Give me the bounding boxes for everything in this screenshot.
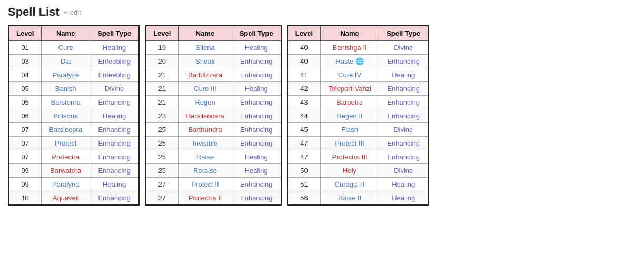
table-row: 51Curaga IIIHealing <box>288 178 428 191</box>
level-cell: 07 <box>8 150 42 164</box>
level-cell: 21 <box>145 82 179 96</box>
spell-type-cell: Enhancing <box>90 150 140 164</box>
spell-type-cell: Healing <box>379 191 429 206</box>
name-cell: Regen <box>179 96 232 109</box>
spell-type-cell: Enhancing <box>90 123 140 137</box>
table-row: 09ParalynaHealing <box>8 178 139 191</box>
table-row: 43BarpetraEnhancing <box>288 96 428 109</box>
table-row: 47Protectra IIIEnhancing <box>288 150 428 164</box>
table-row: 25BarthundraEnhancing <box>145 123 281 137</box>
spell-type-cell: Healing <box>232 164 281 178</box>
level-cell: 07 <box>8 137 42 150</box>
spell-type-cell: Enhancing <box>232 178 281 191</box>
column-header: Level <box>288 26 321 41</box>
table-row: 44Regen IIEnhancing <box>288 109 428 123</box>
column-header: Level <box>145 26 179 41</box>
name-cell: Banishga II <box>321 41 379 55</box>
spell-type-cell: Healing <box>90 109 140 123</box>
table-row: 05BarstonraEnhancing <box>8 96 139 109</box>
table-row: 19SilenaHealing <box>145 41 281 55</box>
table-row: 07ProtectEnhancing <box>8 137 139 150</box>
spell-type-cell: Enhancing <box>90 164 140 178</box>
level-cell: 41 <box>288 68 321 82</box>
table-row: 07BarsleepraEnhancing <box>8 123 139 137</box>
level-cell: 27 <box>145 178 179 191</box>
spell-type-cell: Healing <box>232 82 281 96</box>
table-row: 47Protect IIIEnhancing <box>288 137 428 150</box>
column-header: Name <box>42 26 90 41</box>
name-cell: Teleport-Vahzl <box>321 82 379 96</box>
tables-container: LevelNameSpell Type01CureHealing03DiaEnf… <box>8 25 636 206</box>
spell-type-cell: Enhancing <box>232 109 281 123</box>
table-row: 40Haste 🌐Enhancing <box>288 55 428 68</box>
spell-type-cell: Healing <box>379 178 429 191</box>
name-cell: Protectra II <box>179 191 232 206</box>
spell-type-cell: Enfeebling <box>90 55 140 68</box>
column-header: Spell Type <box>90 26 140 41</box>
level-cell: 56 <box>288 191 321 206</box>
level-cell: 21 <box>145 96 179 109</box>
page-header: Spell List ✏edit <box>8 5 636 19</box>
page-title: Spell List <box>8 5 60 19</box>
name-cell: Invisible <box>179 137 232 150</box>
edit-link[interactable]: ✏edit <box>64 8 81 16</box>
level-cell: 21 <box>145 68 179 82</box>
table-row: 06PoisonaHealing <box>8 109 139 123</box>
name-cell: Paralyna <box>42 178 90 191</box>
name-cell: Dia <box>42 55 90 68</box>
spell-type-cell: Enhancing <box>379 150 429 164</box>
name-cell: Haste 🌐 <box>321 55 379 68</box>
level-cell: 05 <box>8 82 42 96</box>
spell-type-cell: Enhancing <box>90 191 140 206</box>
table-row: 25ReraiseHealing <box>145 164 281 178</box>
level-cell: 25 <box>145 164 179 178</box>
spell-type-cell: Enhancing <box>232 55 281 68</box>
level-cell: 40 <box>288 55 321 68</box>
column-header: Name <box>179 26 232 41</box>
name-cell: Holy <box>321 164 379 178</box>
name-cell: Reraise <box>179 164 232 178</box>
name-cell: Protectra III <box>321 150 379 164</box>
name-cell: Raise <box>179 150 232 164</box>
name-cell: Protect III <box>321 137 379 150</box>
level-cell: 05 <box>8 96 42 109</box>
table-row: 56Raise IIHealing <box>288 191 428 206</box>
spell-type-cell: Enhancing <box>379 55 429 68</box>
name-cell: Cure IV <box>321 68 379 82</box>
level-cell: 27 <box>145 191 179 206</box>
level-cell: 42 <box>288 82 321 96</box>
spell-type-cell: Divine <box>90 82 140 96</box>
spell-table-3: LevelNameSpell Type40Banishga IIDivine40… <box>287 25 429 206</box>
spell-type-cell: Enhancing <box>232 96 281 109</box>
level-cell: 04 <box>8 68 42 82</box>
level-cell: 09 <box>8 164 42 178</box>
level-cell: 20 <box>145 55 179 68</box>
table-row: 45FlashDivine <box>288 123 428 137</box>
name-cell: Barstonra <box>42 96 90 109</box>
name-cell: Regen II <box>321 109 379 123</box>
table-row: 04ParalyzeEnfeebling <box>8 68 139 82</box>
level-cell: 25 <box>145 137 179 150</box>
spell-type-cell: Healing <box>379 68 429 82</box>
table-row: 20SneakEnhancing <box>145 55 281 68</box>
spell-type-cell: Healing <box>90 41 140 55</box>
name-cell: Flash <box>321 123 379 137</box>
spell-type-cell: Enhancing <box>379 109 429 123</box>
spell-type-cell: Healing <box>232 150 281 164</box>
level-cell: 06 <box>8 109 42 123</box>
spell-type-cell: Divine <box>379 123 429 137</box>
level-cell: 50 <box>288 164 321 178</box>
name-cell: Protect II <box>179 178 232 191</box>
name-cell: Cure III <box>179 82 232 96</box>
level-cell: 43 <box>288 96 321 109</box>
table-row: 23BarsilenceraEnhancing <box>145 109 281 123</box>
spell-type-cell: Divine <box>379 41 429 55</box>
spell-type-cell: Divine <box>379 164 429 178</box>
column-header: Level <box>8 26 42 41</box>
spell-type-cell: Enhancing <box>232 123 281 137</box>
name-cell: Barpetra <box>321 96 379 109</box>
table-row: 21BarblizzaraEnhancing <box>145 68 281 82</box>
level-cell: 45 <box>288 123 321 137</box>
spell-type-cell: Enhancing <box>379 96 429 109</box>
table-row: 50HolyDivine <box>288 164 428 178</box>
